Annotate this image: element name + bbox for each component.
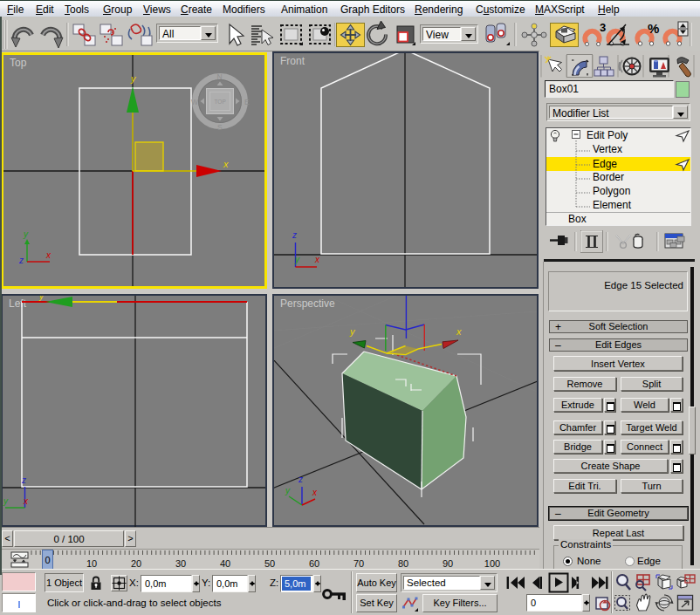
svg-text:Box: Box <box>568 213 587 225</box>
svg-text:20: 20 <box>131 558 141 569</box>
svg-text:E: E <box>244 98 250 106</box>
svg-text:%: % <box>648 21 659 36</box>
svg-text:x: x <box>312 488 318 497</box>
svg-text:y: y <box>294 255 300 264</box>
svg-text:x: x <box>223 159 229 169</box>
svg-text:S: S <box>217 123 223 132</box>
svg-text:10: 10 <box>86 558 97 569</box>
svg-text:Border: Border <box>593 171 624 183</box>
svg-text:3: 3 <box>600 21 606 34</box>
svg-text:70: 70 <box>353 558 364 569</box>
svg-text:x: x <box>45 250 51 260</box>
svg-text:50: 50 <box>264 558 275 569</box>
svg-text:z: z <box>292 230 297 240</box>
svg-text:x: x <box>314 255 320 264</box>
svg-text:Edge: Edge <box>593 158 617 170</box>
svg-text:z: z <box>21 475 26 485</box>
svg-text:Edit Poly: Edit Poly <box>587 129 628 141</box>
svg-text:80: 80 <box>398 558 408 569</box>
svg-text:x: x <box>456 326 462 337</box>
svg-text:y: y <box>3 496 9 506</box>
svg-text:TOP: TOP <box>215 99 226 105</box>
svg-text:y: y <box>23 229 29 239</box>
svg-text:z: z <box>298 475 303 484</box>
svg-text:W: W <box>191 98 198 106</box>
svg-text:40: 40 <box>220 558 230 569</box>
svg-text:30: 30 <box>175 558 186 569</box>
svg-text:Vertex: Vertex <box>593 143 622 155</box>
svg-text:y: y <box>130 73 137 84</box>
svg-text:90: 90 <box>443 558 453 569</box>
svg-text:y: y <box>349 326 356 337</box>
svg-text:Element: Element <box>593 199 632 211</box>
svg-text:z: z <box>18 256 24 265</box>
svg-text:N: N <box>217 72 223 81</box>
svg-text:60: 60 <box>309 558 319 569</box>
svg-text:100: 100 <box>484 558 500 569</box>
svg-text:y: y <box>285 486 291 495</box>
svg-text:x: x <box>23 496 29 506</box>
svg-text:y: y <box>38 296 45 301</box>
svg-text:Polygon: Polygon <box>593 185 630 197</box>
